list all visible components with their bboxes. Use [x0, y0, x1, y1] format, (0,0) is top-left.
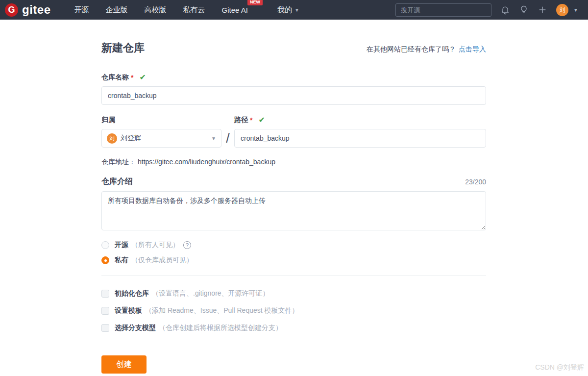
private-label: 私有 — [115, 256, 128, 265]
repo-name-field: 仓库名称 * ✔ — [101, 73, 486, 105]
top-navbar: G gitee 开源 企业版 高校版 私有云 Gitee AI NEW 我的 ▼… — [0, 0, 588, 20]
csdn-watermark: CSDN @刘登辉 — [535, 363, 584, 372]
create-button[interactable]: 创建 — [101, 355, 147, 374]
bulb-icon[interactable] — [519, 5, 529, 15]
bell-icon[interactable] — [500, 5, 510, 15]
visibility-option-private[interactable]: 私有 （仅仓库成员可见） — [101, 256, 486, 265]
help-question-icon[interactable]: ? — [183, 241, 191, 249]
valid-check-icon: ✔ — [139, 73, 146, 82]
owner-selected-name: 刘登辉 — [121, 134, 211, 143]
avatar-chevron-down-icon[interactable]: ▼ — [573, 7, 578, 13]
description-field: 仓库介绍 23/200 所有项目数据库自动备份，涉及多个服务器自动上传 — [101, 176, 486, 232]
new-badge: NEW — [247, 0, 263, 5]
branch-model-hint: （仓库创建后将根据所选模型创建分支） — [159, 324, 282, 332]
char-counter: 23/200 — [465, 178, 486, 186]
repo-url-value: https://gitee.com/liudenghuix/crontab_ba… — [138, 158, 275, 166]
navbar-right: 刘 ▼ — [395, 3, 578, 17]
checkbox-icon[interactable] — [101, 307, 109, 315]
menu-item-mine[interactable]: 我的 ▼ — [277, 5, 299, 15]
owner-label: 归属 — [101, 116, 115, 125]
chevron-down-icon: ▼ — [294, 7, 299, 13]
repo-path-input[interactable] — [234, 129, 486, 148]
required-asterisk: * — [131, 74, 133, 81]
branch-model-label: 选择分支模型 — [115, 324, 156, 332]
menu-item-gitee-ai[interactable]: Gitee AI NEW — [222, 6, 248, 14]
description-label: 仓库介绍 — [101, 176, 133, 187]
set-template-hint: （添加 Readme、Issue、Pull Request 模板文件） — [145, 306, 299, 315]
repo-name-input[interactable] — [101, 86, 486, 105]
visibility-radio-group: 开源 （所有人可见） ? 私有 （仅仓库成员可见） — [101, 241, 486, 265]
select-chevron-down-icon: ▼ — [211, 136, 216, 141]
plus-icon[interactable] — [538, 5, 547, 15]
public-label: 开源 — [115, 241, 128, 250]
radio-unchecked-icon[interactable] — [101, 241, 109, 249]
radio-checked-icon[interactable] — [101, 256, 109, 264]
public-hint: （所有人可见） — [131, 241, 179, 250]
owner-field: 归属 刘 刘登辉 ▼ — [101, 116, 221, 148]
path-label-row: 路径 * ✔ — [234, 115, 486, 125]
gitee-logo-text: gitee — [22, 4, 51, 16]
menu-item-private-cloud[interactable]: 私有云 — [183, 5, 205, 15]
visibility-option-public[interactable]: 开源 （所有人可见） ? — [101, 241, 486, 250]
owner-avatar: 刘 — [107, 133, 117, 144]
path-field: 路径 * ✔ — [234, 115, 486, 148]
checkbox-icon[interactable] — [101, 324, 109, 332]
import-hint: 在其他网站已经有仓库了吗？点击导入 — [367, 45, 486, 54]
repo-name-label: 仓库名称 — [101, 73, 129, 82]
owner-label-row: 归属 — [101, 116, 221, 125]
mine-label: 我的 — [277, 5, 292, 15]
private-hint: （仅仓库成员可见） — [131, 256, 193, 265]
option-init-repo[interactable]: 初始化仓库 （设置语言、.gitignore、开源许可证） — [101, 289, 486, 298]
menu-item-enterprise[interactable]: 企业版 — [106, 5, 128, 15]
search-input[interactable] — [395, 3, 491, 17]
title-row: 新建仓库 在其他网站已经有仓库了吗？点击导入 — [101, 41, 486, 55]
repo-url-row: 仓库地址：https://gitee.com/liudenghuix/cront… — [101, 158, 486, 167]
init-repo-label: 初始化仓库 — [115, 289, 149, 298]
set-template-label: 设置模板 — [115, 306, 142, 315]
gitee-logo[interactable]: G gitee — [5, 3, 51, 17]
checkbox-icon[interactable] — [101, 290, 109, 298]
page-title: 新建仓库 — [101, 41, 145, 55]
new-repo-form: 新建仓库 在其他网站已经有仓库了吗？点击导入 仓库名称 * ✔ 归属 刘 刘登辉… — [101, 20, 486, 374]
path-required-asterisk: * — [250, 116, 252, 124]
menu-item-education[interactable]: 高校版 — [145, 5, 167, 15]
section-divider — [101, 276, 486, 276]
path-valid-check-icon: ✔ — [258, 115, 265, 125]
user-avatar[interactable]: 刘 — [556, 4, 568, 16]
option-set-template[interactable]: 设置模板 （添加 Readme、Issue、Pull Request 模板文件） — [101, 306, 486, 315]
owner-select[interactable]: 刘 刘登辉 ▼ — [101, 129, 221, 148]
repo-name-label-row: 仓库名称 * ✔ — [101, 73, 486, 82]
gitee-ai-label: Gitee AI — [222, 6, 248, 14]
description-label-row: 仓库介绍 23/200 — [101, 176, 486, 187]
init-repo-hint: （设置语言、.gitignore、开源许可证） — [152, 289, 270, 298]
main-menu: 开源 企业版 高校版 私有云 Gitee AI NEW 我的 ▼ — [74, 5, 299, 15]
import-link[interactable]: 点击导入 — [459, 45, 486, 53]
option-branch-model[interactable]: 选择分支模型 （仓库创建后将根据所选模型创建分支） — [101, 324, 486, 332]
import-hint-text: 在其他网站已经有仓库了吗？ — [367, 45, 456, 53]
path-separator: / — [221, 131, 234, 148]
path-label: 路径 — [234, 116, 248, 125]
repo-url-label: 仓库地址： — [101, 158, 136, 166]
repo-options: 初始化仓库 （设置语言、.gitignore、开源许可证） 设置模板 （添加 R… — [101, 289, 486, 332]
gitee-logo-icon: G — [5, 3, 18, 17]
menu-item-opensource[interactable]: 开源 — [74, 5, 89, 15]
owner-path-row: 归属 刘 刘登辉 ▼ / 路径 * ✔ — [101, 115, 486, 148]
description-textarea[interactable]: 所有项目数据库自动备份，涉及多个服务器自动上传 — [101, 191, 486, 230]
